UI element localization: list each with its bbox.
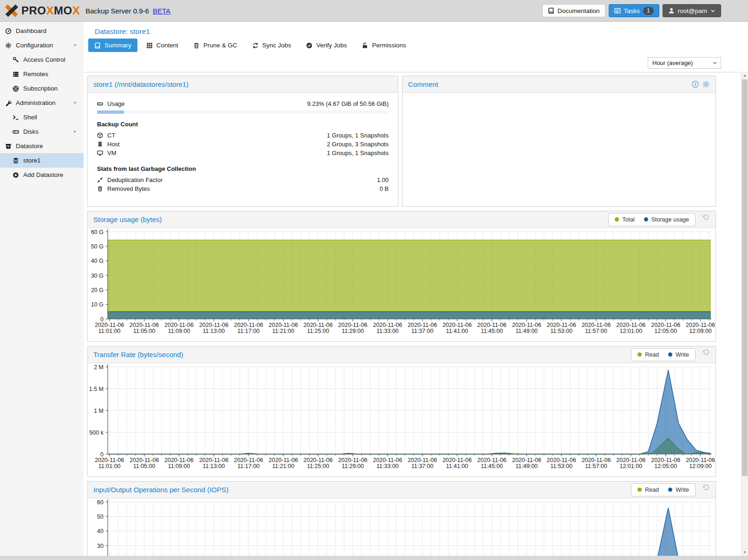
- caret-down-icon[interactable]: [72, 100, 78, 105]
- svg-text:11:25:00: 11:25:00: [307, 463, 329, 469]
- svg-text:60: 60: [97, 499, 104, 506]
- tasks-count-badge: 1: [643, 7, 654, 15]
- timerange-select[interactable]: Hour (average): [648, 57, 721, 69]
- legend-item-read[interactable]: Read: [633, 487, 663, 493]
- wrench-icon: [5, 100, 12, 106]
- svg-text:2020-11-06: 2020-11-06: [477, 322, 507, 328]
- vertical-scrollbar[interactable]: ▲ ▼: [741, 72, 748, 556]
- svg-text:11:53:00: 11:53:00: [550, 328, 572, 334]
- tab-prune-gc[interactable]: Prune & GC: [187, 39, 243, 52]
- tab-content[interactable]: Content: [140, 39, 184, 52]
- undo-zoom-icon[interactable]: [702, 213, 710, 221]
- book-icon: [94, 42, 101, 49]
- svg-text:11:21:00: 11:21:00: [272, 463, 294, 469]
- legend-dot: [644, 217, 648, 221]
- svg-text:1.5 M: 1.5 M: [89, 386, 104, 392]
- legend-item-storage-usage[interactable]: Storage usage: [639, 216, 694, 223]
- beta-link[interactable]: BETA: [153, 7, 170, 15]
- undo-zoom-icon[interactable]: [702, 348, 710, 356]
- sidebar-item-configuration[interactable]: Configuration: [0, 38, 84, 52]
- removed-bytes-row: Removed Bytes 0 B: [97, 184, 389, 193]
- legend-item-write[interactable]: Write: [663, 487, 694, 493]
- sidebar-item-subscription[interactable]: Subscription: [0, 81, 84, 96]
- usage-value: 9.23% (4.67 GiB of 50.56 GiB): [307, 100, 389, 107]
- legend-dot: [668, 352, 672, 357]
- iops-chart[interactable]: 01020304050602020-11-0611:01:002020-11-0…: [88, 498, 715, 556]
- legend-item-total[interactable]: Total: [610, 216, 639, 223]
- sidebar-item-shell[interactable]: Shell: [0, 110, 84, 124]
- gc-stats-heading: Stats from last Garbage Collection: [97, 165, 389, 172]
- undo-zoom-icon[interactable]: [702, 483, 710, 491]
- svg-text:11:05:00: 11:05:00: [133, 328, 156, 334]
- vm-desktop-icon: [97, 150, 103, 156]
- svg-text:2020-11-06: 2020-11-06: [581, 322, 611, 328]
- tab-summary[interactable]: Summary: [88, 39, 137, 52]
- product-version: Backup Server 0.9-6: [85, 7, 149, 15]
- comment-panel: Comment: [402, 76, 716, 207]
- scrollbar-down-arrow[interactable]: ▼: [741, 549, 748, 556]
- svg-text:60 G: 60 G: [91, 229, 104, 235]
- transfer-rate-legend: ReadWrite: [631, 348, 696, 361]
- svg-text:10 G: 10 G: [91, 301, 104, 308]
- scrollbar-up-arrow[interactable]: ▲: [741, 72, 748, 79]
- usage-progressbar: [97, 111, 389, 114]
- storage-usage-chart[interactable]: 010 G20 G30 G40 G50 G60 G2020-11-0611:01…: [88, 228, 715, 341]
- tab-verify-jobs[interactable]: Verify Jobs: [300, 39, 353, 52]
- svg-text:11:25:00: 11:25:00: [307, 328, 329, 334]
- sidebar-item-administration[interactable]: Administration: [0, 96, 84, 110]
- legend-item-read[interactable]: Read: [633, 352, 663, 358]
- svg-text:2020-11-06: 2020-11-06: [130, 457, 159, 463]
- sidebar-item-add-datastore[interactable]: Add Datastore: [0, 168, 84, 182]
- caret-right-icon[interactable]: [72, 129, 78, 134]
- sidebar-item-dashboard[interactable]: Dashboard: [0, 24, 84, 38]
- svg-text:2020-11-06: 2020-11-06: [269, 457, 298, 463]
- svg-text:2020-11-06: 2020-11-06: [199, 322, 228, 328]
- svg-text:2020-11-06: 2020-11-06: [199, 457, 228, 463]
- sidebar-item-label: store1: [23, 157, 41, 164]
- main-area: Datastore: store1 SummaryContentPrune & …: [84, 22, 748, 556]
- svg-text:11:37:00: 11:37:00: [411, 463, 434, 469]
- sidebar-item-datastore[interactable]: Datastore: [0, 139, 84, 153]
- tasks-button[interactable]: Tasks 1: [609, 4, 659, 17]
- svg-text:2020-11-06: 2020-11-06: [408, 322, 437, 328]
- chevron-down-icon: [710, 8, 715, 13]
- transfer-rate-chart[interactable]: 0500 k1 M1.5 M2 M2020-11-0611:01:002020-…: [88, 363, 715, 476]
- sidebar-item-remotes[interactable]: Remotes: [0, 67, 84, 81]
- svg-text:2020-11-06: 2020-11-06: [338, 457, 367, 463]
- gear-icon[interactable]: [702, 80, 710, 88]
- svg-text:2020-11-06: 2020-11-06: [373, 322, 402, 328]
- svg-text:40 G: 40 G: [91, 258, 104, 264]
- svg-text:2020-11-06: 2020-11-06: [408, 457, 437, 463]
- svg-text:11:05:00: 11:05:00: [133, 463, 156, 469]
- sidebar-item-label: Disks: [23, 128, 39, 135]
- task-list-icon: [614, 7, 621, 14]
- trash-icon: [97, 186, 103, 192]
- grid-icon: [146, 42, 153, 49]
- svg-text:11:17:00: 11:17:00: [237, 463, 260, 469]
- documentation-button[interactable]: Documentation: [542, 4, 605, 17]
- svg-text:2020-11-06: 2020-11-06: [547, 457, 576, 463]
- legend-item-write[interactable]: Write: [663, 352, 694, 358]
- tab-sync-jobs[interactable]: Sync Jobs: [246, 39, 297, 52]
- sidebar-item-store1[interactable]: store1: [0, 153, 84, 168]
- expand-comment-icon[interactable]: [691, 80, 699, 88]
- storage-usage-panel: Storage usage (bytes) TotalStorage usage…: [87, 211, 716, 342]
- scrollbar-thumb[interactable]: [742, 79, 748, 476]
- key-icon: [13, 57, 19, 63]
- svg-text:2 M: 2 M: [94, 364, 104, 371]
- svg-text:2020-11-06: 2020-11-06: [130, 322, 159, 328]
- iops-title: Input/Output Operations per Second (IOPS…: [93, 486, 228, 494]
- sidebar-item-access-control[interactable]: Access Control: [0, 52, 84, 67]
- transfer-rate-title: Transfer Rate (bytes/second): [93, 351, 183, 358]
- proxmox-logo: PROXMOX: [5, 4, 80, 18]
- caret-down-icon[interactable]: [72, 43, 78, 48]
- svg-text:2020-11-06: 2020-11-06: [651, 457, 680, 463]
- svg-text:11:09:00: 11:09:00: [168, 328, 190, 334]
- gauge-icon: [5, 28, 12, 34]
- svg-text:30: 30: [97, 543, 104, 549]
- sidebar-item-label: Datastore: [16, 143, 43, 150]
- tab-permissions[interactable]: Permissions: [356, 39, 412, 52]
- user-menu-button[interactable]: root@pam: [663, 4, 721, 17]
- svg-text:2020-11-06: 2020-11-06: [616, 322, 645, 328]
- sidebar-item-disks[interactable]: Disks: [0, 124, 84, 139]
